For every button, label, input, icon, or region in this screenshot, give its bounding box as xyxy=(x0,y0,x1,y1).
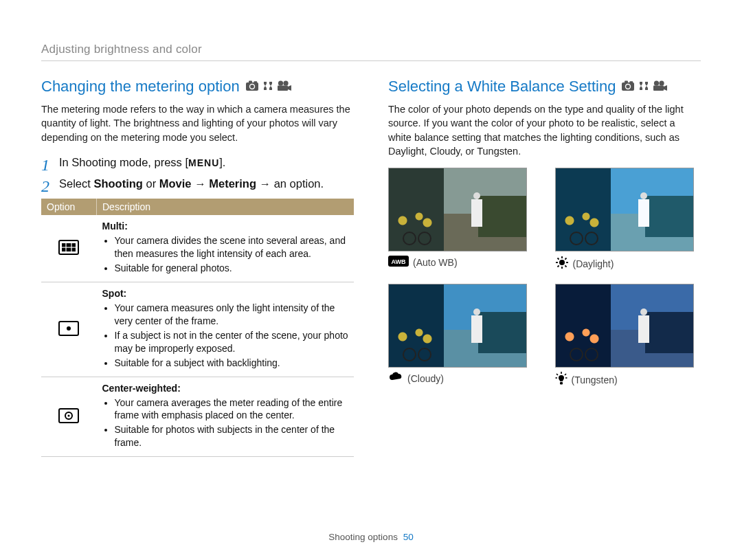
svg-line-34 xyxy=(565,266,566,267)
bullet: Suitable for general photos. xyxy=(115,262,349,275)
svg-rect-42 xyxy=(560,382,563,385)
svg-line-33 xyxy=(557,258,559,260)
t: Select xyxy=(59,177,93,190)
th-option: Option xyxy=(41,199,97,215)
wb-sample-daylight: Daylight xyxy=(555,168,701,271)
metering-heading: Changing the metering option xyxy=(41,78,354,96)
step1-prefix: In Shooting mode, press [ xyxy=(59,156,188,168)
step1-suffix: ]. xyxy=(219,156,225,168)
wb-label: Cloudy xyxy=(407,373,444,384)
mode-icons xyxy=(245,78,292,96)
svg-point-23 xyxy=(654,81,659,86)
spot-metering-icon xyxy=(41,282,97,377)
wb-title: Selecting a White Balance Setting xyxy=(388,78,616,96)
bullet: Your camera divides the scene into sever… xyxy=(115,234,349,260)
wb-thumb xyxy=(388,168,527,251)
left-column: Changing the metering option The meterin… xyxy=(41,78,354,457)
wb-intro: The color of your photo depends on the t… xyxy=(388,102,701,158)
steps-list: In Shooting mode, press [MENU]. Select S… xyxy=(41,154,354,192)
svg-rect-21 xyxy=(625,81,628,83)
camera-mode-icon xyxy=(245,78,259,96)
t: Shooting xyxy=(93,177,142,190)
mode-icons xyxy=(621,78,668,96)
wb-thumb xyxy=(555,284,694,368)
svg-point-28 xyxy=(559,260,565,265)
svg-point-24 xyxy=(660,81,664,86)
t: or xyxy=(143,177,159,190)
metering-title: Changing the metering option xyxy=(41,78,240,96)
svg-line-38 xyxy=(556,374,558,375)
opt-title: Center-weighted: xyxy=(102,383,181,394)
movie-mode-icon xyxy=(277,78,292,96)
svg-text:AWB: AWB xyxy=(392,258,406,265)
bullet: Your camera measures only the light inte… xyxy=(115,302,349,328)
wb-label: Daylight xyxy=(573,258,614,269)
bullet: If a subject is not in the center of the… xyxy=(115,329,349,355)
svg-rect-4 xyxy=(254,81,257,82)
svg-rect-22 xyxy=(630,81,633,82)
step-2: Select Shooting or Movie → Metering → an… xyxy=(41,175,354,192)
svg-point-6 xyxy=(283,81,288,86)
svg-point-17 xyxy=(68,414,70,416)
daylight-icon xyxy=(555,256,569,271)
bullet: Your camera averages the meter reading o… xyxy=(115,396,349,423)
right-column: Selecting a White Balance Setting The co… xyxy=(388,78,701,457)
wb-grid: AWB Auto WB Daylight xyxy=(388,168,701,388)
svg-line-36 xyxy=(557,266,559,267)
multi-metering-icon xyxy=(41,215,97,282)
movie-mode-icon xyxy=(653,78,668,96)
table-row: Spot: Your camera measures only the ligh… xyxy=(41,282,354,377)
svg-rect-7 xyxy=(278,86,288,91)
svg-point-2 xyxy=(250,85,254,89)
dual-mode-icon xyxy=(262,78,274,96)
svg-point-5 xyxy=(278,81,283,86)
bullet: Suitable for photos with subjects in the… xyxy=(115,423,349,449)
wb-label: Auto WB xyxy=(413,257,458,268)
footer-section: Shooting options xyxy=(328,532,398,542)
tungsten-icon xyxy=(555,372,567,388)
awb-icon: AWB xyxy=(388,256,409,269)
wb-sample-tungsten: Tungsten xyxy=(555,284,701,388)
opt-title: Multi: xyxy=(102,221,128,232)
t: Movie xyxy=(159,177,192,190)
wb-thumb xyxy=(555,168,694,251)
wb-label: Tungsten xyxy=(572,374,618,385)
svg-rect-25 xyxy=(653,86,664,91)
camera-mode-icon xyxy=(621,78,635,96)
wb-heading: Selecting a White Balance Setting xyxy=(388,78,701,96)
table-row: Center-weighted: Your camera averages th… xyxy=(41,377,354,457)
metering-options-table: Option Description Multi: Your camera di… xyxy=(41,199,354,457)
svg-point-14 xyxy=(67,326,71,331)
t: → xyxy=(192,177,210,190)
wb-sample-cloudy: Cloudy xyxy=(388,284,535,388)
opt-title: Spot: xyxy=(102,288,127,299)
page-footer: Shooting options 50 xyxy=(0,532,742,542)
t: → an option. xyxy=(256,177,324,190)
th-description: Description xyxy=(97,199,355,215)
center-weighted-metering-icon xyxy=(41,377,97,457)
t: Metering xyxy=(209,177,256,190)
metering-intro: The metering mode refers to the way in w… xyxy=(41,102,354,144)
wb-thumb xyxy=(388,284,527,368)
svg-rect-3 xyxy=(249,81,252,83)
breadcrumb: Adjusting brightness and color xyxy=(41,43,701,61)
wb-sample-auto: AWB Auto WB xyxy=(388,168,535,271)
footer-page-number: 50 xyxy=(403,532,414,542)
bullet: Suitable for a subject with backlighting… xyxy=(115,357,349,370)
step-1: In Shooting mode, press [MENU]. xyxy=(41,154,354,171)
menu-label: MENU xyxy=(188,156,219,170)
dual-mode-icon xyxy=(638,78,650,96)
table-row: Multi: Your camera divides the scene int… xyxy=(41,215,354,282)
svg-line-39 xyxy=(565,374,566,375)
svg-line-35 xyxy=(565,258,566,260)
svg-point-20 xyxy=(627,85,631,89)
cloudy-icon xyxy=(388,372,403,385)
